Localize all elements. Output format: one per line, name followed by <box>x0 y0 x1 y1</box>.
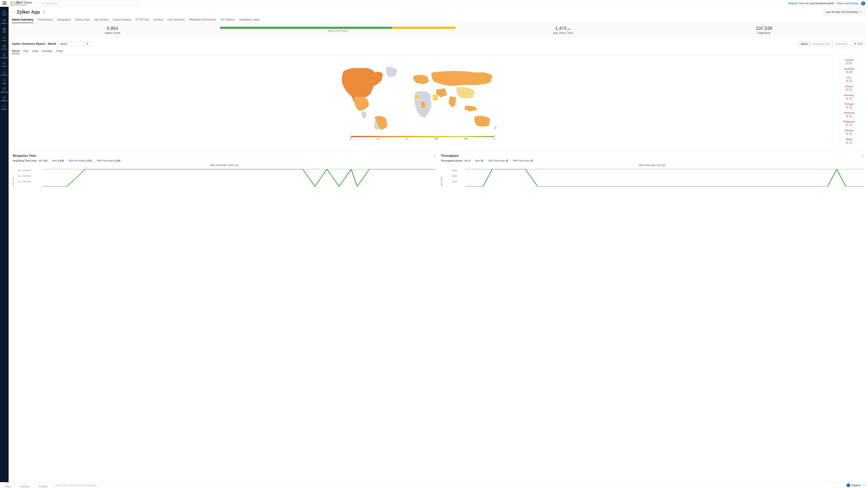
web-icon <box>2 27 6 31</box>
svg-text:25: 25 <box>452 175 458 177</box>
search-icon <box>42 2 44 4</box>
time-range-selector[interactable]: Last 30 days (till yesterday) <box>823 9 865 15</box>
subtab-usa[interactable]: USA <box>23 48 29 54</box>
region-indonesia[interactable] <box>464 105 478 111</box>
country-item-brazil[interactable]: Brazil0.71 <box>833 137 865 145</box>
tab-os-platform[interactable]: OS Platform <box>220 17 235 23</box>
country-value: 0.71 <box>833 88 865 92</box>
sidebar-label: Home <box>2 14 6 16</box>
chart-rt-annotation: 95th Percentile =3321 ms <box>13 164 436 166</box>
legend-tick: 0.5 <box>377 138 380 140</box>
tab-http-calls[interactable]: HTTP Calls <box>135 17 149 23</box>
country-name: Australia <box>833 67 865 70</box>
tab-app-version[interactable]: App Version <box>94 17 108 23</box>
svg-point-17 <box>4 106 5 107</box>
download-icon: ⬇ <box>854 42 856 45</box>
register-link[interactable]: Register here <box>788 2 804 5</box>
sidebar-item-rum[interactable]: RUM <box>0 77 8 86</box>
tab-screens[interactable]: Screens <box>153 17 163 23</box>
tab-crash-analytics[interactable]: Crash Analytics <box>113 17 131 23</box>
search-input[interactable]: Search ( / ) <box>39 1 139 6</box>
region-usa[interactable] <box>355 97 369 111</box>
country-value: 0.71 <box>833 114 865 118</box>
country-item-russia[interactable]: Russia0.71 <box>833 84 865 93</box>
page-menu-icon[interactable]: ☰ <box>42 10 45 14</box>
tab-user-sessions[interactable]: User Sessions <box>167 17 185 23</box>
back-arrow-icon[interactable]: ← <box>12 10 16 14</box>
tab-transactions[interactable]: Transactions <box>37 17 53 23</box>
tab-device-type[interactable]: Device Type <box>75 17 90 23</box>
sidebar-item-server[interactable]: Server <box>0 43 8 52</box>
world-map[interactable] <box>16 58 829 135</box>
country-item-australia[interactable]: Australia0.70 <box>833 66 865 75</box>
sidebar-item-vmware[interactable]: VMware <box>0 52 8 60</box>
export-csv-button[interactable]: ⬇ CSV <box>852 41 865 46</box>
svg-point-4 <box>4 37 5 38</box>
expand-icon[interactable]: ⛶ <box>34 2 37 5</box>
sidebar-item-apm[interactable]: APM <box>0 34 8 43</box>
topbar: Site24x7Demo Read-only version ⛶ Search … <box>0 0 868 7</box>
country-item-iran[interactable]: Iran0.71 <box>833 75 865 84</box>
register-suffix: for a personalized demo <box>805 2 835 5</box>
sidebar-item-cloud[interactable]: Cloud <box>0 60 8 69</box>
toggle-response-time[interactable]: Response Time <box>810 41 833 46</box>
toggle-apdex[interactable]: Apdex <box>798 41 810 46</box>
server-icon <box>2 44 6 48</box>
region-nz[interactable] <box>494 126 497 130</box>
country-item-germany[interactable]: Germany0.71 <box>833 93 865 101</box>
tab-geographic[interactable]: Geographic <box>57 17 71 23</box>
kpi-resptime-unit: ms <box>568 28 571 30</box>
subtab-australia[interactable]: Australia <box>42 48 53 54</box>
sidebar-item-admin[interactable]: Admin <box>0 103 8 111</box>
bar-caption: 73% S, 27% T, 0% F <box>220 30 456 32</box>
region-greenland[interactable] <box>386 67 398 77</box>
subtab-india[interactable]: India <box>32 48 38 54</box>
chart-rt-menu-icon[interactable]: ☰ <box>433 154 436 158</box>
apps-grid-icon[interactable] <box>3 1 7 5</box>
sidebar-item-network[interactable]: Network <box>0 69 8 77</box>
region-australia[interactable] <box>474 116 490 127</box>
region-saudi[interactable] <box>433 94 438 101</box>
country-item-canada[interactable]: Canada0.57 <box>833 57 865 66</box>
tab-filterable-performance[interactable]: Filterable Performance <box>189 17 216 23</box>
country-item-indonesia[interactable]: Indonesia0.71 <box>833 110 865 119</box>
svg-text:30: 30 <box>452 169 458 171</box>
region-select[interactable]: World ▾ <box>58 41 90 46</box>
country-item-portugal[interactable]: Portugal0.71 <box>833 101 865 110</box>
svg-rect-7 <box>3 54 6 55</box>
reports-icon <box>2 96 6 99</box>
sidebar-item-web[interactable]: Web <box>0 26 8 34</box>
subtab-china[interactable]: China <box>56 48 63 54</box>
svg-text:2,000: 2,000 <box>18 181 31 183</box>
legend-handle-max[interactable] <box>494 135 496 138</box>
region-mexico[interactable] <box>362 111 367 119</box>
search-placeholder: Search ( / ) <box>46 2 58 5</box>
region-russia[interactable] <box>431 71 493 86</box>
subtab-world[interactable]: World <box>12 48 20 54</box>
chart-tp-svg: 30 25 20 hput (cpm) <box>441 166 864 187</box>
toggle-pageviews[interactable]: Pageviews <box>833 41 849 46</box>
sidebar-item-alarms[interactable]: Alarms <box>0 17 8 26</box>
legend-handle-min[interactable] <box>349 135 351 138</box>
country-item-ethiopia[interactable]: Ethiopia0.71 <box>833 128 865 137</box>
svg-text:hput (cpm): hput (cpm) <box>441 177 443 186</box>
sidebar-item-home[interactable]: Home <box>0 8 8 17</box>
region-europe[interactable] <box>413 75 429 84</box>
tab-installation-steps[interactable]: Installation Steps <box>239 17 260 23</box>
kpi-resptime-label: Avg. Resp. Time <box>465 31 661 35</box>
country-name: Iran <box>833 76 865 79</box>
help-icon[interactable]: ? <box>861 1 865 5</box>
region-india[interactable] <box>448 96 456 107</box>
country-name: Philippines <box>833 120 865 123</box>
tab-admin-summary[interactable]: Admin Summary <box>12 17 33 23</box>
svg-text:Time (ms): Time (ms) <box>13 177 15 186</box>
country-item-philippines[interactable]: Philippines0.71 <box>833 119 865 128</box>
plans-link[interactable]: Plans and Pricing <box>837 2 858 5</box>
sidebar-item-reports[interactable]: Reports <box>0 94 8 103</box>
region-china[interactable] <box>456 87 474 98</box>
chart-tp-menu-icon[interactable]: ☰ <box>861 154 864 158</box>
sidebar-item-applogs[interactable]: AppLogs <box>0 86 8 94</box>
chart-tp-stats: Throughput (cpm): Min 0 | Max 33 | 95th … <box>441 159 864 162</box>
country-name: Canada <box>833 59 865 61</box>
kpi-pageviews: 237,539 Pageviews <box>663 23 865 37</box>
